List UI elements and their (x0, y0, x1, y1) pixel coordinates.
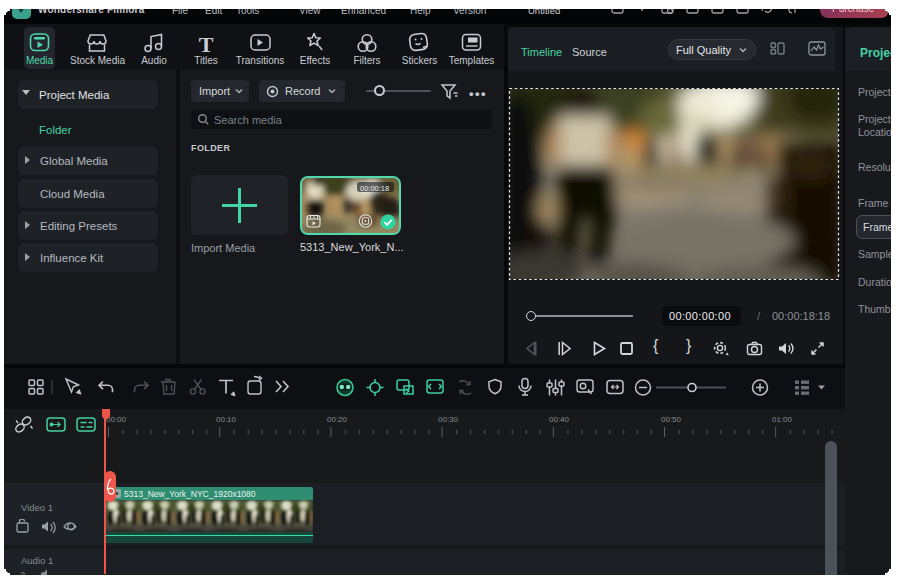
svg-text:T: T (199, 32, 214, 57)
